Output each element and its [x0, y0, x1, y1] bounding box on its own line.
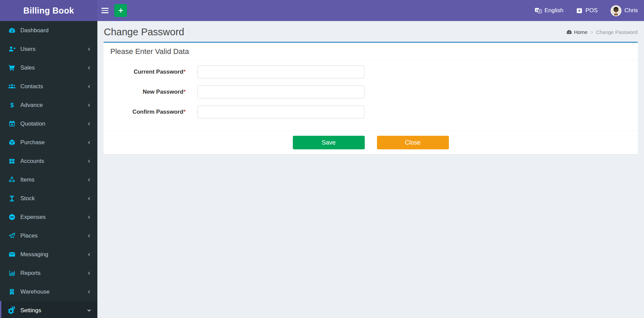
navbar-left-actions	[97, 0, 127, 21]
sidebar-item-label: Users	[20, 46, 87, 53]
sidebar-item-expenses[interactable]: Expenses	[0, 208, 97, 226]
chevron-left-icon	[87, 271, 91, 275]
close-button[interactable]: Close	[377, 136, 449, 149]
minus-circle-icon	[7, 213, 16, 221]
sidebar-item-advance[interactable]: $ Advance	[0, 96, 97, 114]
avatar	[610, 5, 622, 16]
sidebar-item-label: Quotation	[20, 120, 87, 127]
app-window: Billing Book A	[0, 0, 644, 318]
chevron-left-icon	[87, 66, 91, 70]
chevron-left-icon	[87, 252, 91, 257]
sidebar-item-label: Sales	[20, 64, 87, 71]
plus-square-icon	[576, 7, 583, 14]
change-password-card: Please Enter Valid Data Current Password…	[103, 42, 638, 154]
breadcrumb-home-link[interactable]: Home	[566, 29, 588, 35]
confirm-password-label: Confirm Password*	[110, 106, 186, 118]
current-password-label: Current Password*	[110, 66, 186, 78]
sidebar-item-items[interactable]: Items	[0, 170, 97, 189]
user-plus-icon	[7, 45, 16, 53]
chevron-left-icon	[87, 103, 91, 107]
sidebar-item-sales[interactable]: Sales	[0, 58, 97, 77]
required-mark: *	[183, 69, 186, 75]
envelope-icon	[7, 251, 16, 258]
content-header: Change Password Home >	[97, 21, 644, 42]
sidebar-item-contacts[interactable]: Contacts	[0, 77, 97, 96]
navbar-right-actions: A English POS	[535, 0, 644, 21]
chevron-down-icon	[87, 308, 91, 313]
chevron-left-icon	[87, 234, 91, 238]
language-menu[interactable]: A English	[535, 7, 564, 14]
save-button[interactable]: Save	[293, 136, 365, 149]
grid-icon	[7, 158, 16, 165]
current-password-input[interactable]	[197, 66, 364, 78]
chevron-left-icon	[87, 47, 91, 51]
chevron-left-icon	[87, 290, 91, 294]
pos-button[interactable]: POS	[576, 7, 598, 14]
sidebar-nav: Dashboard Users	[0, 21, 97, 318]
required-mark: *	[183, 89, 186, 95]
chevron-left-icon	[87, 85, 91, 89]
cart-icon	[7, 64, 16, 71]
building-icon	[7, 288, 16, 295]
form-row-new-password: New Password*	[110, 86, 631, 98]
breadcrumb-separator: >	[590, 29, 593, 35]
gears-icon	[7, 306, 16, 314]
sidebar-item-label: Expenses	[20, 214, 87, 221]
people-group-icon	[7, 83, 16, 90]
sidebar-item-label: Dashboard	[20, 27, 91, 34]
new-password-label: New Password*	[110, 86, 186, 98]
calendar-plus-icon	[7, 120, 16, 127]
chevron-left-icon	[87, 122, 91, 126]
sidebar-item-label: Purchase	[20, 139, 87, 146]
change-password-form: Current Password* New Password* Confirm …	[103, 61, 638, 131]
sidebar-item-reports[interactable]: Reports	[0, 264, 97, 282]
paper-plane-icon	[7, 232, 16, 239]
dashboard-icon	[7, 27, 16, 34]
quick-add-button[interactable]	[114, 4, 127, 17]
cube-icon	[7, 139, 16, 146]
dollar-icon: $	[7, 101, 16, 109]
chevron-left-icon	[87, 215, 91, 219]
sidebar-item-label: Warehouse	[20, 288, 87, 295]
sidebar-item-warehouse[interactable]: Warehouse	[0, 282, 97, 301]
sidebar-item-quotation[interactable]: Quotation	[0, 114, 97, 133]
sidebar-item-label: Settings	[20, 307, 87, 314]
top-navbar: Billing Book A	[0, 0, 644, 21]
card-header-title: Please Enter Valid Data	[103, 43, 638, 61]
sidebar-item-accounts[interactable]: Accounts	[0, 152, 97, 170]
sidebar-item-messaging[interactable]: Messaging	[0, 245, 97, 264]
language-icon: A	[535, 7, 542, 14]
sidebar-item-settings[interactable]: Settings	[0, 301, 97, 318]
new-password-input[interactable]	[197, 86, 364, 98]
sidebar-item-dashboard[interactable]: Dashboard	[0, 21, 97, 40]
sidebar-item-label: Stock	[20, 195, 87, 202]
bar-chart-icon	[7, 269, 16, 277]
app-logo[interactable]: Billing Book	[0, 0, 97, 21]
breadcrumb-home-label: Home	[574, 29, 588, 35]
sidebar-toggle-button[interactable]	[97, 0, 112, 21]
dashboard-icon	[566, 29, 572, 35]
username-label: Chris	[624, 7, 638, 14]
sidebar-item-purchase[interactable]: Purchase	[0, 133, 97, 152]
card-footer: Save Close	[103, 131, 638, 154]
sidebar-item-users[interactable]: Users	[0, 40, 97, 58]
sidebar-item-label: Reports	[20, 270, 87, 277]
user-menu[interactable]: Chris	[610, 5, 638, 16]
required-mark: *	[183, 109, 186, 115]
hourglass-icon	[7, 195, 16, 202]
sidebar-item-label: Accounts	[20, 158, 87, 165]
sidebar-item-label: Advance	[20, 102, 87, 109]
cubes-icon	[7, 176, 16, 184]
chevron-left-icon	[87, 178, 91, 182]
language-label: English	[545, 7, 564, 14]
sidebar-item-label: Messaging	[20, 251, 87, 258]
chevron-left-icon	[87, 197, 91, 201]
breadcrumb: Home > Change Password	[566, 29, 638, 35]
pos-label: POS	[585, 7, 598, 14]
chevron-left-icon	[87, 141, 91, 145]
sidebar-item-stock[interactable]: Stock	[0, 189, 97, 208]
sidebar-item-label: Contacts	[20, 83, 87, 90]
form-row-current-password: Current Password*	[110, 66, 631, 78]
sidebar-item-places[interactable]: Places	[0, 226, 97, 245]
confirm-password-input[interactable]	[197, 106, 364, 118]
